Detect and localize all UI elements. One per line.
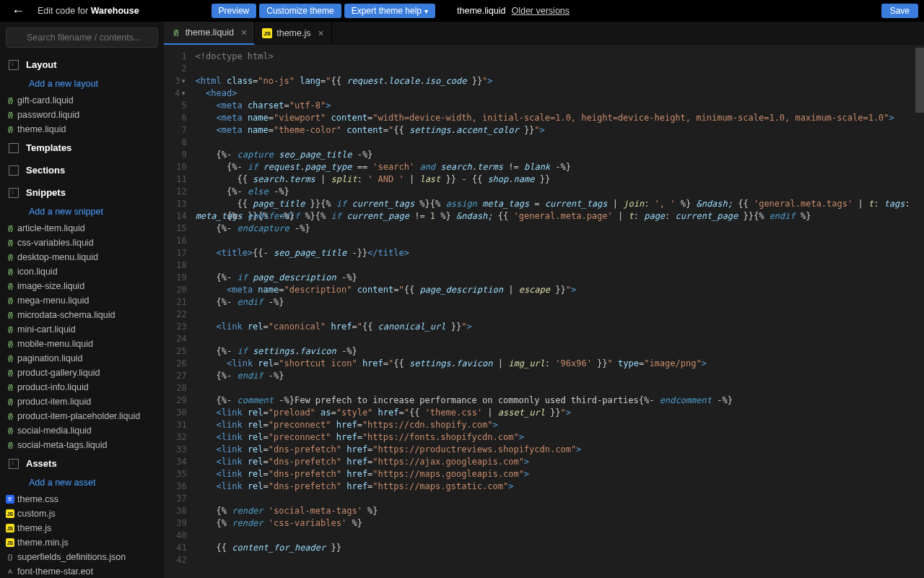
- section-assets[interactable]: Assets: [0, 452, 164, 475]
- add-asset-link[interactable]: Add a new asset: [0, 475, 164, 492]
- tab-bar: theme.liquid×theme.js×: [164, 22, 924, 45]
- liquid-icon: [6, 441, 14, 449]
- json-icon: [6, 553, 14, 561]
- editor: theme.liquid×theme.js× 12345678910111213…: [164, 22, 924, 578]
- file-item[interactable]: theme.liquid: [0, 122, 164, 137]
- js-icon: [262, 28, 272, 38]
- file-item[interactable]: product-item-placeholder.liquid: [0, 409, 164, 423]
- action-buttons: Preview Customize theme Expert theme hel…: [212, 4, 435, 18]
- section-sections[interactable]: Sections: [0, 159, 164, 181]
- file-item[interactable]: theme.js: [0, 521, 164, 535]
- download-icon: [9, 459, 19, 469]
- liquid-icon: [6, 383, 14, 392]
- folder-icon: [9, 143, 19, 153]
- file-item[interactable]: mobile-menu.liquid: [0, 337, 164, 351]
- section-snippets[interactable]: Snippets: [0, 181, 164, 204]
- liquid-icon: [6, 96, 14, 105]
- older-versions-link[interactable]: Older versions: [511, 6, 570, 16]
- file-item[interactable]: social-media.liquid: [0, 423, 164, 438]
- search-wrap: [0, 22, 164, 53]
- add-snippet-link[interactable]: Add a new snippet: [0, 204, 164, 221]
- top-bar: ← Edit code for Warehouse Preview Custom…: [0, 0, 924, 22]
- scrollbar[interactable]: [915, 45, 924, 578]
- line-gutter: 1234567891011121314151617181920212223242…: [164, 45, 191, 578]
- font-icon: [6, 567, 14, 576]
- code-area[interactable]: 1234567891011121314151617181920212223242…: [164, 45, 924, 578]
- sidebar: Layout Add a new layout gift-card.liquid…: [0, 22, 164, 578]
- liquid-icon: [6, 412, 14, 420]
- folder-icon: [9, 165, 19, 176]
- download-icon: [9, 60, 19, 70]
- expert-help-button[interactable]: Expert theme help: [344, 4, 435, 18]
- file-item[interactable]: custom.js: [0, 506, 164, 521]
- file-item[interactable]: font-theme-star.eot: [0, 564, 164, 578]
- section-templates[interactable]: Templates: [0, 137, 164, 159]
- customize-button[interactable]: Customize theme: [259, 4, 341, 18]
- file-info: theme.liquidOlder versions: [457, 6, 570, 16]
- preview-button[interactable]: Preview: [212, 4, 257, 18]
- liquid-icon: [6, 354, 14, 363]
- scrollbar-thumb[interactable]: [915, 48, 924, 113]
- close-icon[interactable]: ×: [241, 27, 247, 38]
- liquid-icon: [6, 325, 14, 334]
- file-item[interactable]: password.liquid: [0, 108, 164, 122]
- liquid-icon: [171, 27, 181, 38]
- search-input[interactable]: [6, 27, 158, 48]
- file-item[interactable]: pagination.liquid: [0, 351, 164, 366]
- file-item[interactable]: social-meta-tags.liquid: [0, 438, 164, 452]
- file-item[interactable]: superfields_definitions.json: [0, 550, 164, 564]
- close-icon[interactable]: ×: [318, 27, 323, 39]
- section-layout[interactable]: Layout: [0, 53, 164, 76]
- liquid-icon: [6, 253, 14, 262]
- liquid-icon: [6, 125, 14, 134]
- file-item[interactable]: theme.css: [0, 492, 164, 506]
- liquid-icon: [6, 397, 14, 406]
- file-item[interactable]: mega-menu.liquid: [0, 293, 164, 308]
- js-icon: [6, 538, 14, 547]
- file-item[interactable]: desktop-menu.liquid: [0, 250, 164, 264]
- file-item[interactable]: css-variables.liquid: [0, 236, 164, 250]
- file-item[interactable]: theme.min.js: [0, 535, 164, 550]
- liquid-icon: [6, 111, 14, 119]
- liquid-icon: [6, 282, 14, 290]
- file-item[interactable]: icon.liquid: [0, 264, 164, 279]
- liquid-icon: [6, 224, 14, 233]
- tab-theme.js[interactable]: theme.js×: [255, 22, 331, 45]
- file-item[interactable]: image-size.liquid: [0, 279, 164, 293]
- liquid-icon: [6, 426, 14, 435]
- liquid-icon: [6, 238, 14, 247]
- file-item[interactable]: article-item.liquid: [0, 221, 164, 236]
- back-button[interactable]: ←: [6, 4, 30, 19]
- file-item[interactable]: product-item.liquid: [0, 394, 164, 409]
- file-item[interactable]: microdata-schema.liquid: [0, 308, 164, 322]
- liquid-icon: [6, 311, 14, 319]
- liquid-icon: [6, 296, 14, 305]
- tab-theme.liquid[interactable]: theme.liquid×: [164, 22, 256, 45]
- file-item[interactable]: product-gallery.liquid: [0, 366, 164, 380]
- liquid-icon: [6, 368, 14, 377]
- download-icon: [9, 188, 19, 198]
- save-button[interactable]: Save: [881, 4, 918, 18]
- js-icon: [6, 509, 14, 518]
- file-item[interactable]: gift-card.liquid: [0, 93, 164, 108]
- liquid-icon: [6, 267, 14, 276]
- js-icon: [6, 524, 14, 532]
- css-icon: [6, 495, 14, 504]
- add-layout-link[interactable]: Add a new layout: [0, 76, 164, 93]
- code-content[interactable]: <!doctype html><html class="no-js" lang=…: [191, 45, 915, 578]
- page-title: Edit code for Warehouse: [38, 6, 139, 16]
- file-item[interactable]: mini-cart.liquid: [0, 322, 164, 337]
- liquid-icon: [6, 340, 14, 348]
- file-item[interactable]: product-info.liquid: [0, 380, 164, 394]
